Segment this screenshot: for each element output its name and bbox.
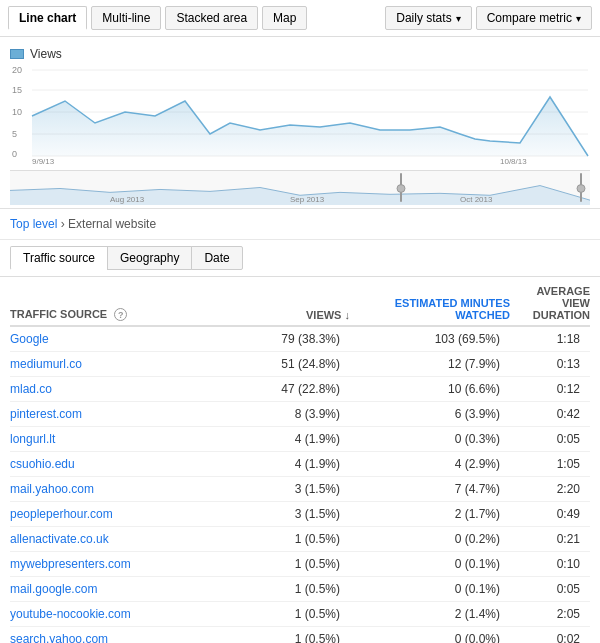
top-toolbar: Line chart Multi-line Stacked area Map D… — [0, 0, 600, 37]
views-cell: 3 (1.5%) — [210, 507, 350, 521]
duration-cell: 0:05 — [510, 582, 590, 596]
source-cell: Google — [10, 332, 210, 346]
chart-area: Views 20 15 10 5 0 9/9/13 10/8/13 — [0, 37, 600, 209]
duration-cell: 0:42 — [510, 407, 590, 421]
duration-cell: 0:49 — [510, 507, 590, 521]
col-header-minutes: ESTIMATED MINUTES WATCHED — [350, 297, 510, 321]
minutes-cell: 0 (0.1%) — [350, 582, 510, 596]
duration-cell: 0:02 — [510, 632, 590, 643]
source-cell: longurl.lt — [10, 432, 210, 446]
source-cell: mail.google.com — [10, 582, 210, 596]
tab-multi-line[interactable]: Multi-line — [91, 6, 161, 30]
source-link[interactable]: pinterest.com — [10, 407, 82, 421]
source-cell: youtube-nocookie.com — [10, 607, 210, 621]
table-row: mail.google.com 1 (0.5%) 0 (0.1%) 0:05 — [10, 577, 590, 602]
duration-cell: 0:05 — [510, 432, 590, 446]
duration-cell: 0:21 — [510, 532, 590, 546]
duration-cell: 1:18 — [510, 332, 590, 346]
table-row: mail.yahoo.com 3 (1.5%) 7 (4.7%) 2:20 — [10, 477, 590, 502]
traffic-table-section: TRAFFIC SOURCE ? VIEWS ↓ ESTIMATED MINUT… — [0, 277, 600, 643]
col-header-duration: AVERAGE VIEW DURATION — [510, 285, 590, 321]
minutes-cell: 2 (1.7%) — [350, 507, 510, 521]
table-row: csuohio.edu 4 (1.9%) 4 (2.9%) 1:05 — [10, 452, 590, 477]
sub-tab-date[interactable]: Date — [191, 246, 242, 270]
svg-text:0: 0 — [12, 149, 17, 159]
duration-cell: 0:12 — [510, 382, 590, 396]
source-link[interactable]: youtube-nocookie.com — [10, 607, 131, 621]
table-row: youtube-nocookie.com 1 (0.5%) 2 (1.4%) 2… — [10, 602, 590, 627]
sub-tab-geography[interactable]: Geography — [107, 246, 192, 270]
source-link[interactable]: mediumurl.co — [10, 357, 82, 371]
main-line-chart: 20 15 10 5 0 9/9/13 10/8/13 — [10, 65, 590, 165]
views-cell: 8 (3.9%) — [210, 407, 350, 421]
table-body: Google 79 (38.3%) 103 (69.5%) 1:18 mediu… — [10, 327, 590, 643]
table-row: peopleperhour.com 3 (1.5%) 2 (1.7%) 0:49 — [10, 502, 590, 527]
col-header-source: TRAFFIC SOURCE ? — [10, 308, 210, 321]
views-cell: 79 (38.3%) — [210, 332, 350, 346]
source-link[interactable]: mlad.co — [10, 382, 52, 396]
table-row: search.yahoo.com 1 (0.5%) 0 (0.0%) 0:02 — [10, 627, 590, 643]
mini-overview-chart[interactable]: Aug 2013 Sep 2013 Oct 2013 — [10, 170, 590, 205]
minutes-cell: 4 (2.9%) — [350, 457, 510, 471]
views-cell: 1 (0.5%) — [210, 607, 350, 621]
source-cell: mywebpresenters.com — [10, 557, 210, 571]
source-cell: search.yahoo.com — [10, 632, 210, 643]
breadcrumb-separator: › — [61, 217, 65, 231]
legend-label: Views — [30, 47, 62, 61]
minutes-cell: 7 (4.7%) — [350, 482, 510, 496]
source-link[interactable]: Google — [10, 332, 49, 346]
traffic-source-info-icon[interactable]: ? — [114, 308, 127, 321]
views-cell: 1 (0.5%) — [210, 632, 350, 643]
source-cell: allenactivate.co.uk — [10, 532, 210, 546]
svg-text:5: 5 — [12, 129, 17, 139]
minutes-cell: 6 (3.9%) — [350, 407, 510, 421]
minutes-cell: 0 (0.1%) — [350, 557, 510, 571]
views-cell: 47 (22.8%) — [210, 382, 350, 396]
minutes-cell: 103 (69.5%) — [350, 332, 510, 346]
views-cell: 4 (1.9%) — [210, 432, 350, 446]
duration-cell: 1:05 — [510, 457, 590, 471]
duration-cell: 2:20 — [510, 482, 590, 496]
source-link[interactable]: longurl.lt — [10, 432, 55, 446]
table-row: allenactivate.co.uk 1 (0.5%) 0 (0.2%) 0:… — [10, 527, 590, 552]
daily-stats-dropdown[interactable]: Daily stats — [385, 6, 471, 30]
sub-tab-traffic-source[interactable]: Traffic source — [10, 246, 108, 270]
svg-text:15: 15 — [12, 85, 22, 95]
tab-stacked-area[interactable]: Stacked area — [165, 6, 258, 30]
compare-metric-dropdown[interactable]: Compare metric — [476, 6, 592, 30]
source-link[interactable]: peopleperhour.com — [10, 507, 113, 521]
svg-text:Aug 2013: Aug 2013 — [110, 195, 145, 204]
source-link[interactable]: search.yahoo.com — [10, 632, 108, 643]
table-row: pinterest.com 8 (3.9%) 6 (3.9%) 0:42 — [10, 402, 590, 427]
breadcrumb-current: External website — [68, 217, 156, 231]
duration-cell: 2:05 — [510, 607, 590, 621]
svg-text:Sep 2013: Sep 2013 — [290, 195, 325, 204]
duration-cell: 0:13 — [510, 357, 590, 371]
table-row: longurl.lt 4 (1.9%) 0 (0.3%) 0:05 — [10, 427, 590, 452]
table-header-row: TRAFFIC SOURCE ? VIEWS ↓ ESTIMATED MINUT… — [10, 277, 590, 327]
tab-line-chart[interactable]: Line chart — [8, 6, 87, 30]
table-row: Google 79 (38.3%) 103 (69.5%) 1:18 — [10, 327, 590, 352]
table-row: mywebpresenters.com 1 (0.5%) 0 (0.1%) 0:… — [10, 552, 590, 577]
minutes-cell: 0 (0.0%) — [350, 632, 510, 643]
source-link[interactable]: allenactivate.co.uk — [10, 532, 109, 546]
svg-point-17 — [397, 185, 405, 193]
source-link[interactable]: mail.google.com — [10, 582, 97, 596]
source-link[interactable]: mywebpresenters.com — [10, 557, 131, 571]
source-cell: mediumurl.co — [10, 357, 210, 371]
breadcrumb: Top level › External website — [0, 209, 600, 240]
views-cell: 4 (1.9%) — [210, 457, 350, 471]
table-row: mlad.co 47 (22.8%) 10 (6.6%) 0:12 — [10, 377, 590, 402]
views-cell: 1 (0.5%) — [210, 557, 350, 571]
chart-legend: Views — [10, 47, 590, 61]
breadcrumb-top-level[interactable]: Top level — [10, 217, 57, 231]
source-cell: mlad.co — [10, 382, 210, 396]
source-link[interactable]: csuohio.edu — [10, 457, 75, 471]
tab-map[interactable]: Map — [262, 6, 307, 30]
source-link[interactable]: mail.yahoo.com — [10, 482, 94, 496]
minutes-cell: 2 (1.4%) — [350, 607, 510, 621]
source-cell: csuohio.edu — [10, 457, 210, 471]
views-cell: 1 (0.5%) — [210, 582, 350, 596]
svg-text:10/8/13: 10/8/13 — [500, 157, 527, 165]
views-cell: 1 (0.5%) — [210, 532, 350, 546]
